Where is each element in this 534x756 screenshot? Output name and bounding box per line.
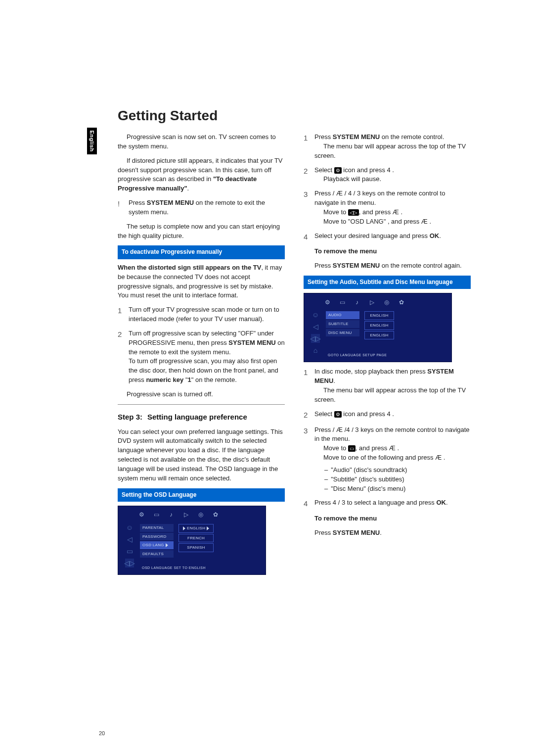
osd-footer: OSD LANGUAGE SET TO ENGLISH <box>142 566 206 570</box>
home-icon: ⌂ <box>311 346 320 355</box>
play-icon: ▷ <box>182 512 189 519</box>
step-text: Select your desired language and press O… <box>314 232 471 242</box>
callout-heading: Setting the OSD Language <box>118 488 285 502</box>
body-text: Progressive scan is now set on. TV scree… <box>118 133 285 151</box>
step-text: In disc mode, stop playback then press S… <box>314 367 471 404</box>
page-number: 20 <box>99 730 105 736</box>
step-text: Press SYSTEM MENU on the remote control.… <box>314 133 471 161</box>
subtitle-icon: ▭ <box>348 445 356 452</box>
subtitle-icon: ◁▷ <box>311 334 320 343</box>
nav-icon: ◁▷ <box>125 559 134 567</box>
submenu-item: ENGLISH <box>178 524 214 533</box>
page-title: Getting Started <box>118 108 490 124</box>
step-text: Select ⚙ icon and press 4 . Playback wil… <box>314 166 471 185</box>
step-item: 3 Press / Æ / 4 / 3 keys on the remote c… <box>304 189 471 226</box>
osd-screenshot: ⚙ ▭ ♪ ▷ ◎ ✿ ☺ ◁ ▭ ◁▷ PARENTAL PASSWORD <box>118 506 266 575</box>
step-number: 1 <box>304 367 314 404</box>
step-text: Turn off your TV progressive scan mode o… <box>129 305 285 324</box>
submenu-item: ENGLISH <box>364 321 394 330</box>
step-text: Press / Æ / 4 / 3 keys on the remote con… <box>314 189 471 226</box>
nav-icon: ◁▷ <box>348 209 359 216</box>
step-number: 1 <box>118 305 129 324</box>
callout-heading: To deactivate Progressive manually <box>118 245 285 259</box>
menu-item-selected: AUDIO <box>326 311 359 319</box>
submenu-item: ENGLISH <box>364 311 394 320</box>
sliders-icon: ⚙ <box>324 299 331 306</box>
menu-item: PARENTAL <box>140 524 174 532</box>
sliders-icon: ⚙ <box>334 167 342 174</box>
step-item: 2 Turn off progressive scan by selecting… <box>118 329 285 385</box>
body-text: The setup is complete now and you can st… <box>118 222 285 241</box>
step-marker: ! <box>118 198 129 217</box>
speaker-icon: ◁ <box>125 535 134 544</box>
step-number: 2 <box>304 410 314 421</box>
gear-icon: ✿ <box>212 512 219 519</box>
step-item: 1 Press SYSTEM MENU on the remote contro… <box>304 133 471 161</box>
step-number: 3 <box>304 189 314 226</box>
display-icon: ▭ <box>339 299 346 306</box>
osd-footer: GOTO LANGUAGE SETUP PAGE <box>328 353 387 358</box>
osd-menu: AUDIO SUBTITLE DISC MENU ENGLISH ENGLISH… <box>326 311 445 339</box>
disc-icon: ◎ <box>383 299 390 306</box>
arrow-right-icon <box>183 526 185 530</box>
sub-heading: To remove the menu <box>314 247 471 256</box>
step-item: 4 Press 4 / 3 to select a language and p… <box>304 498 471 509</box>
step-text: Select ⚙ icon and press 4 . <box>314 410 471 421</box>
step-number: 1 <box>304 133 314 161</box>
step-text: Press 4 / 3 to select a language and pre… <box>314 498 471 509</box>
osd-top-bar: ⚙ ▭ ♪ ▷ ◎ ✿ <box>324 297 446 307</box>
step-number: 4 <box>304 498 314 509</box>
step-text: Turn off progressive scan by selecting "… <box>129 329 285 385</box>
step-text: Press / Æ /4 / 3 keys on the remote cont… <box>314 425 471 494</box>
step-item: 4 Select your desired language and press… <box>304 232 471 242</box>
section-heading: Step 3:Setting language preference <box>118 412 285 423</box>
play-icon: ▷ <box>368 299 375 306</box>
osd-left-bar: ☺ ◁ ▭ ◁▷ <box>122 521 137 571</box>
body-text: When the distorted sign still appears on… <box>118 263 285 300</box>
right-column: 1 Press SYSTEM MENU on the remote contro… <box>304 133 471 580</box>
disc-icon: ◎ <box>197 512 204 519</box>
osd-screenshot: ⚙ ▭ ♪ ▷ ◎ ✿ ☺ ◁ ◁▷ ⌂ AUDIO SUBTITLE <box>304 293 452 362</box>
step-number: 2 <box>118 329 129 385</box>
submenu-item: FRENCH <box>178 534 214 543</box>
osd-menu: PARENTAL PASSWORD OSD LANG DEFAULTS ENGL… <box>140 524 260 558</box>
callout-heading: Setting the Audio, Subtitle and Disc Men… <box>304 276 471 289</box>
language-side-tab: English <box>87 128 97 154</box>
step-item: ! Press SYSTEM MENU on the remote to exi… <box>118 198 285 217</box>
body-text: Progressive scan is turned off. <box>118 390 285 399</box>
subtitle-icon: ▭ <box>125 547 134 556</box>
body-text: If distored picture still appears, it in… <box>118 156 285 193</box>
sub-heading: To remove the menu <box>314 514 471 523</box>
step-item: 2 Select ⚙ icon and press 4 . <box>304 410 471 421</box>
step-number: 4 <box>304 232 314 242</box>
arrow-right-icon <box>207 526 209 530</box>
step-number: 3 <box>304 425 314 494</box>
user-icon: ☺ <box>125 523 134 532</box>
step-number: 2 <box>304 166 314 185</box>
submenu-item: ENGLISH <box>364 331 394 340</box>
gear-icon: ✿ <box>398 299 405 306</box>
menu-item: DEFAULTS <box>140 550 174 558</box>
left-column: Progressive scan is now set on. TV scree… <box>118 133 285 580</box>
sliders-icon: ⚙ <box>334 411 342 418</box>
menu-item: PASSWORD <box>140 533 174 541</box>
body-text: Press SYSTEM MENU. <box>314 528 471 538</box>
arrow-right-icon <box>166 543 168 547</box>
step-item: 1 In disc mode, stop playback then press… <box>304 367 471 404</box>
audio-icon: ♪ <box>354 299 360 306</box>
body-text: Press SYSTEM MENU on the remote control … <box>314 261 471 271</box>
two-column-layout: Progressive scan is now set on. TV scree… <box>118 133 490 580</box>
user-icon: ☺ <box>311 310 320 319</box>
manual-page: English Getting Started Progressive scan… <box>0 0 534 756</box>
audio-icon: ♪ <box>168 512 175 519</box>
step-item: 3 Press / Æ /4 / 3 keys on the remote co… <box>304 425 471 494</box>
osd-top-bar: ⚙ ▭ ♪ ▷ ◎ ✿ <box>138 510 261 520</box>
step-item: 1 Turn off your TV progressive scan mode… <box>118 305 285 324</box>
step-item: 2 Select ⚙ icon and press 4 . Playback w… <box>304 166 471 185</box>
osd-left-bar: ☺ ◁ ◁▷ ⌂ <box>308 308 323 359</box>
menu-item-selected: OSD LANG <box>140 541 174 549</box>
sliders-icon: ⚙ <box>138 512 145 519</box>
display-icon: ▭ <box>153 512 160 519</box>
step-text: Press SYSTEM MENU on the remote to exit … <box>129 198 285 217</box>
speaker-icon: ◁ <box>311 322 320 331</box>
